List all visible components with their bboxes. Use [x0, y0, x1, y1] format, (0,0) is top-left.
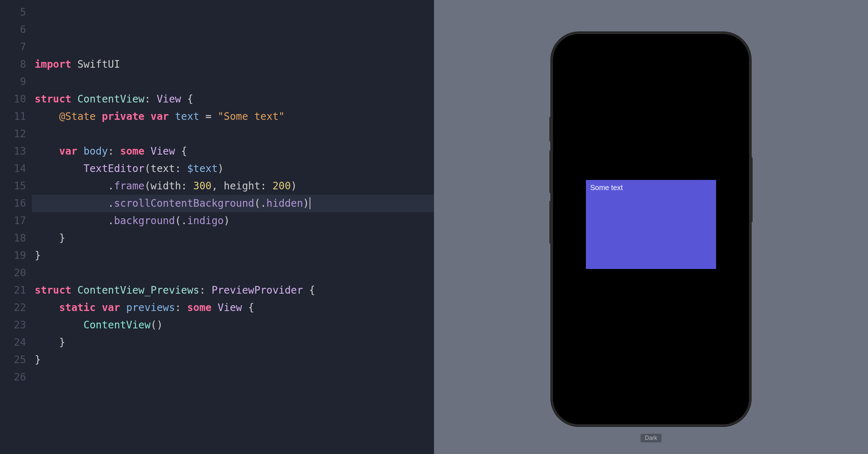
device-frame: Some text [551, 32, 751, 426]
line-number: 11 [0, 108, 26, 125]
phone-power-button-icon [750, 157, 753, 222]
preview-canvas: Some text Dark [434, 0, 868, 454]
code-line[interactable] [35, 125, 434, 143]
line-number: 24 [0, 334, 26, 351]
code-line[interactable]: } [35, 334, 434, 351]
code-line[interactable]: .scrollContentBackground(.hidden) [32, 195, 434, 212]
phone-volume-up-icon [549, 150, 552, 193]
line-number: 21 [0, 282, 26, 299]
code-line[interactable]: ContentView() [35, 316, 434, 334]
code-line[interactable]: var body: some View { [35, 143, 434, 160]
line-number: 22 [0, 299, 26, 316]
line-number: 20 [0, 264, 26, 282]
code-line[interactable]: .background(.indigo) [35, 212, 434, 230]
code-line[interactable]: static var previews: some View { [35, 299, 434, 316]
color-scheme-label[interactable]: Dark [641, 434, 661, 442]
code-line[interactable] [35, 4, 434, 21]
line-number: 9 [0, 73, 26, 91]
code-line[interactable] [35, 38, 434, 56]
line-number: 6 [0, 21, 26, 38]
line-number: 16 [0, 195, 26, 212]
phone-volume-down-icon [549, 201, 552, 244]
line-number: 13 [0, 143, 26, 160]
code-line[interactable] [35, 21, 434, 38]
line-number: 7 [0, 38, 26, 56]
line-number: 5 [0, 4, 26, 21]
code-line[interactable]: import SwiftUI [35, 56, 434, 73]
code-line[interactable]: @State private var text = "Some text" [35, 108, 434, 125]
line-number: 26 [0, 369, 26, 386]
line-number: 15 [0, 177, 26, 195]
texteditor-control[interactable]: Some text [586, 180, 716, 269]
line-number: 18 [0, 230, 26, 247]
line-number: 25 [0, 351, 26, 369]
code-line[interactable]: } [35, 247, 434, 264]
code-editor[interactable]: 567891011121314151617181920212223242526 … [0, 0, 434, 454]
line-number: 23 [0, 316, 26, 334]
code-line[interactable] [35, 73, 434, 91]
line-number: 12 [0, 125, 26, 143]
code-line[interactable]: struct ContentView_Previews: PreviewProv… [35, 282, 434, 299]
phone-mute-switch-icon [549, 117, 552, 142]
code-line[interactable] [35, 264, 434, 282]
code-line[interactable]: } [35, 230, 434, 247]
code-line[interactable] [35, 369, 434, 386]
line-number: 14 [0, 160, 26, 177]
code-line[interactable]: } [35, 351, 434, 369]
line-number: 19 [0, 247, 26, 264]
line-number: 10 [0, 91, 26, 108]
line-number: 17 [0, 212, 26, 230]
code-line[interactable]: .frame(width: 300, height: 200) [35, 177, 434, 195]
code-line[interactable]: struct ContentView: View { [35, 91, 434, 108]
device-screen: Some text [555, 36, 747, 422]
code-area[interactable]: import SwiftUI struct ContentView: View … [35, 0, 434, 454]
code-line[interactable]: TextEditor(text: $text) [35, 160, 434, 177]
line-number-gutter: 567891011121314151617181920212223242526 [0, 0, 35, 454]
line-number: 8 [0, 56, 26, 73]
